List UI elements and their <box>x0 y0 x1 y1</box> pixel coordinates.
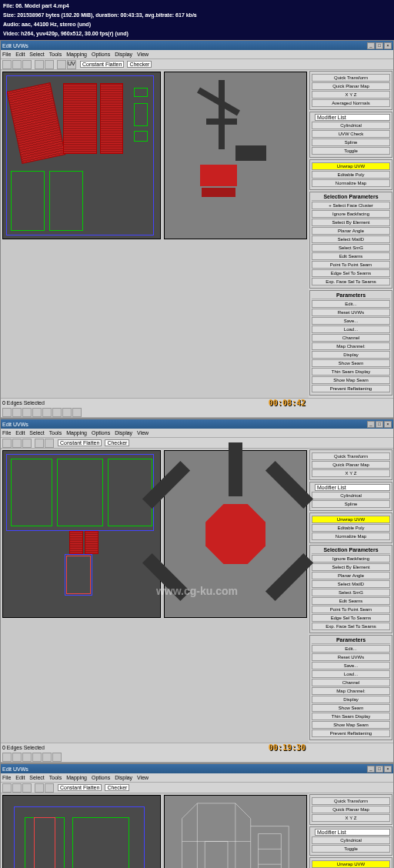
tool-icon[interactable] <box>22 408 32 417</box>
timestamp: 00:08:42 <box>269 399 306 407</box>
size-line: Size: 201538967 bytes (192.20 MiB), dura… <box>3 11 391 20</box>
quick-transform-rollout[interactable]: Quick Transform <box>312 74 390 82</box>
file-line: File: 06. Model part 4.mp4 <box>3 2 391 11</box>
video-line: Video: h264, yuv420p, 960x512, 30.00 fps… <box>3 29 391 38</box>
audio-line: Audio: aac, 44100 Hz, stereo (und) <box>3 20 391 29</box>
perspective-viewport[interactable] <box>164 72 307 239</box>
flip-icon[interactable] <box>45 60 54 69</box>
wireframe-viewport[interactable] <box>164 795 307 868</box>
media-info-header: File: 06. Model part 4.mp4 Size: 2015389… <box>0 0 394 40</box>
averaged-radio[interactable]: Averaged Normals <box>312 99 390 107</box>
selected-mesh[interactable] <box>205 504 265 564</box>
cylindrical-btn[interactable]: Cylindrical <box>312 122 390 129</box>
select-smg-btn[interactable]: Select SmG <box>312 244 390 252</box>
show-map-seam-chk[interactable]: Show Map Seam <box>312 376 390 384</box>
tool-icon[interactable] <box>72 408 82 417</box>
tool-icon[interactable] <box>2 408 12 417</box>
frame-2: Edit UVWs_□× FileEditSelectToolsMappingO… <box>0 419 394 763</box>
mirror-icon[interactable] <box>35 60 44 69</box>
menu-file[interactable]: File <box>2 52 11 57</box>
edge-sel-seams-btn[interactable]: Edge Sel To Seams <box>312 269 390 277</box>
uv-viewport[interactable] <box>2 795 161 868</box>
select-matid-btn[interactable]: Select MatID <box>312 235 390 243</box>
watermark: www.cg-ku.com <box>156 585 238 597</box>
unwrap-uvw-modifier[interactable]: Unwrap UVW <box>312 162 390 170</box>
show-map-icon[interactable] <box>57 60 66 69</box>
selected-mesh[interactable] <box>200 165 237 186</box>
planar-angle-field[interactable]: Planar Angle <box>312 227 390 235</box>
uvw-titlebar[interactable]: Edit UVWs _ □ × <box>1 41 393 50</box>
edit-btn[interactable]: Edit... <box>312 300 390 308</box>
min-icon[interactable]: _ <box>367 42 375 49</box>
uv-viewport[interactable] <box>2 450 161 618</box>
spline-btn[interactable]: Spline <box>312 139 390 146</box>
tool-icon[interactable] <box>12 408 22 417</box>
flatten-dropdown[interactable]: Constant Flatten <box>80 61 124 68</box>
command-panel: Quick Transform Quick Planar Map X Y Z A… <box>309 70 393 398</box>
reset-btn[interactable]: Reset UVWs <box>312 309 390 316</box>
bottom-toolbar <box>1 407 393 418</box>
checker-dropdown[interactable]: Checker <box>127 61 152 68</box>
thin-seam-chk[interactable]: Thin Seam Display <box>312 368 390 376</box>
tool-icon[interactable] <box>42 408 52 417</box>
face-cluster-btn[interactable]: + Select Face Cluster <box>312 202 390 209</box>
menu-select[interactable]: Select <box>29 52 44 57</box>
face-sel-seams-btn[interactable]: Exp. Face Sel To Seams <box>312 278 390 285</box>
uvw-toolbar: UV Constant Flatten Checker <box>1 59 393 70</box>
scale-icon[interactable] <box>22 60 32 69</box>
tool-icon[interactable] <box>62 408 72 417</box>
show-seam-chk[interactable]: Show Seam <box>312 359 390 367</box>
move-icon[interactable] <box>2 60 12 69</box>
parameters-rollout[interactable]: Parameters <box>312 292 390 299</box>
frame-1: Edit UVWs _ □ × File Edit Select Tools M… <box>0 40 394 419</box>
xyz-radio[interactable]: X Y Z <box>312 91 390 98</box>
uv-icon[interactable]: UV <box>67 60 76 69</box>
load-btn[interactable]: Load... <box>312 326 390 333</box>
selection-params-rollout[interactable]: Selection Parameters <box>312 194 390 201</box>
edit-seams-btn[interactable]: Edit Seams <box>312 252 390 260</box>
uvw-menubar: File Edit Select Tools Mapping Options D… <box>1 50 393 59</box>
save-btn[interactable]: Save... <box>312 317 390 325</box>
tool-icon[interactable] <box>52 408 62 417</box>
select-element-chk[interactable]: Select By Element <box>312 219 390 226</box>
rotate-icon[interactable] <box>12 60 22 69</box>
menu-mapping[interactable]: Mapping <box>66 52 87 57</box>
menu-options[interactable]: Options <box>92 52 110 57</box>
quick-planar-btn[interactable]: Quick Planar Map <box>312 82 390 90</box>
channel-label: Channel <box>312 334 390 342</box>
timestamp: 00:19:30 <box>269 743 306 752</box>
toggle-btn[interactable]: Toggle <box>312 147 390 155</box>
p2p-seam-btn[interactable]: Point To Point Seam <box>312 261 390 269</box>
uv-bounds <box>6 75 154 235</box>
display-label: Display <box>312 351 390 359</box>
menu-tools[interactable]: Tools <box>49 52 62 57</box>
menu-display[interactable]: Display <box>115 52 132 57</box>
menu-edit[interactable]: Edit <box>15 52 25 57</box>
wireframe-icon <box>165 796 306 868</box>
frame-3: Edit UVWs_□× FileEditSelectToolsMappingO… <box>0 763 394 868</box>
uv-viewport[interactable] <box>2 72 161 239</box>
normalize-btn[interactable]: Normalize Map <box>312 179 390 187</box>
max-icon[interactable]: □ <box>376 42 383 49</box>
command-panel: Quick TransformQuick Planar MapX Y Z Mod… <box>309 449 393 743</box>
command-panel: Quick TransformQuick Planar MapX Y Z Mod… <box>309 793 393 868</box>
uvw-check-btn[interactable]: UVW Check <box>312 130 390 138</box>
modifier-list-dropdown[interactable]: Modifier List <box>315 114 390 121</box>
statusbar: 0 Edges Selected <box>1 398 393 407</box>
editable-poly[interactable]: Editable Poly <box>312 171 390 179</box>
map-channel-field[interactable]: Map Channel: <box>312 342 390 350</box>
close-icon[interactable]: × <box>384 42 392 49</box>
prevent-reflatten-chk[interactable]: Prevent Reflattening <box>312 385 390 392</box>
window-title: Edit UVWs <box>2 43 28 48</box>
tool-icon[interactable] <box>32 408 42 417</box>
menu-view[interactable]: View <box>137 52 149 57</box>
ignore-backfacing-chk[interactable]: Ignore Backfacing <box>312 210 390 218</box>
